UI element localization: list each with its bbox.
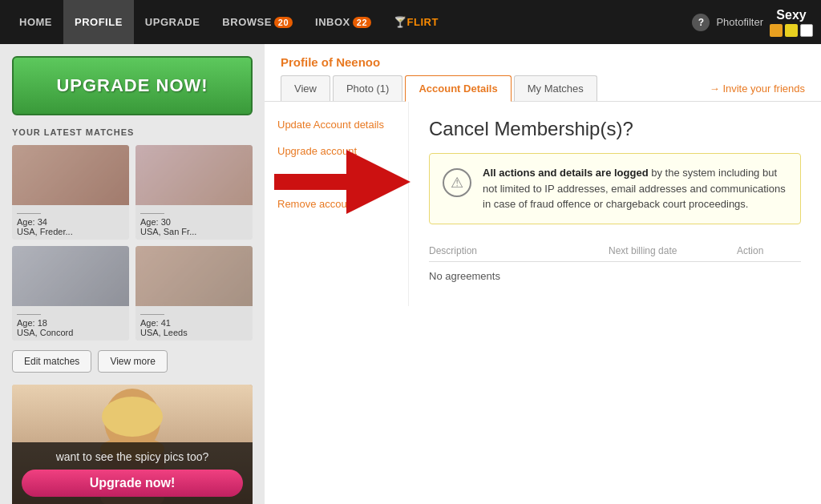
edit-matches-button[interactable]: Edit matches — [12, 350, 91, 373]
warning-icon: ⚠ — [443, 168, 471, 197]
nav-right-section: ? Photofilter Sexy — [692, 8, 813, 37]
sidebar: UPGRADE NOW! YOUR LATEST MATCHES ——— Age… — [0, 44, 265, 504]
match-name-3: ——— — [17, 309, 124, 318]
svg-point-2 — [102, 397, 163, 437]
profile-of-label: Profile of — [281, 55, 333, 69]
nav-home[interactable]: HOME — [8, 0, 63, 44]
no-agreements-text: No agreements — [429, 262, 801, 290]
tab-view[interactable]: View — [281, 75, 330, 101]
match-name-1: ——— — [17, 208, 124, 217]
match-info-1: ——— Age: 34 USA, Freder... — [12, 205, 129, 240]
match-card-2[interactable]: ——— Age: 30 USA, San Fr... — [135, 145, 253, 240]
menu-cancel-membership[interactable]: Cancel Membership — [265, 164, 408, 191]
match-name-4: ——— — [140, 309, 248, 318]
match-info-4: ——— Age: 41 USA, Leeds — [135, 306, 253, 341]
matches-grid: ——— Age: 34 USA, Freder... ——— Age: 30 U… — [12, 145, 253, 341]
nav-flirt[interactable]: 🍸 FLIRT — [382, 0, 450, 44]
promo-overlay: want to see the spicy pics too? Upgrade … — [12, 442, 253, 504]
match-photo-2 — [135, 145, 253, 205]
match-photo-3 — [12, 246, 129, 306]
tab-photo[interactable]: Photo (1) — [333, 75, 402, 101]
dot-white[interactable] — [800, 24, 813, 37]
content-body: Update Account details Upgrade account C… — [265, 102, 821, 306]
warning-title: All actions and details are logged — [483, 167, 649, 179]
match-location-4: USA, Leeds — [140, 328, 248, 337]
match-age-2: Age: 30 — [140, 217, 248, 227]
profile-name: Neenoo — [336, 55, 380, 69]
nav-browse[interactable]: BROWSE 20 — [211, 0, 304, 44]
promo-upgrade-button[interactable]: Upgrade now! — [22, 470, 243, 497]
view-more-button[interactable]: View more — [98, 350, 167, 373]
promo-top-text: want to see the spicy pics too? — [22, 450, 243, 463]
menu-remove-account[interactable]: Remove account — [265, 191, 408, 217]
match-card-4[interactable]: ——— Age: 41 USA, Leeds — [135, 246, 253, 341]
invite-friends-link[interactable]: → Invite your friends — [710, 83, 805, 101]
match-location-3: USA, Concord — [17, 328, 124, 337]
dot-yellow[interactable] — [785, 24, 798, 37]
account-content-panel: Cancel Membership(s)? ⚠ All actions and … — [409, 102, 821, 306]
promo-banner: want to see the spicy pics too? Upgrade … — [12, 385, 253, 504]
account-menu: Update Account details Upgrade account C… — [265, 102, 409, 306]
profile-header: Profile of Neenoo View Photo (1) Account… — [265, 44, 821, 102]
sexy-label: Sexy — [776, 8, 806, 22]
col-description: Description — [429, 245, 609, 256]
tab-account-details[interactable]: Account Details — [405, 75, 511, 102]
match-location-2: USA, San Fr... — [140, 227, 248, 236]
match-photo-1 — [12, 145, 129, 205]
match-card-1[interactable]: ——— Age: 34 USA, Freder... — [12, 145, 129, 240]
main-layout: UPGRADE NOW! YOUR LATEST MATCHES ——— Age… — [0, 44, 821, 504]
nav-inbox[interactable]: INBOX 22 — [304, 0, 382, 44]
warning-box: ⚠ All actions and details are logged by … — [429, 153, 801, 224]
match-actions: Edit matches View more — [12, 350, 253, 373]
col-action: Action — [737, 245, 801, 256]
nav-flirt-label: FLIRT — [407, 16, 439, 28]
latest-matches-title: YOUR LATEST MATCHES — [12, 127, 253, 137]
profile-of: Profile of Neenoo — [281, 55, 805, 69]
sexy-group: Sexy — [770, 8, 813, 37]
tab-bar: View Photo (1) Account Details My Matche… — [281, 75, 805, 101]
col-billing: Next billing date — [609, 245, 737, 256]
dot-orange[interactable] — [770, 24, 783, 37]
nav-browse-label: BROWSE — [222, 16, 272, 28]
main-content: Profile of Neenoo View Photo (1) Account… — [265, 44, 821, 504]
inbox-badge: 22 — [353, 17, 371, 28]
nav-inbox-label: INBOX — [315, 16, 350, 28]
match-info-2: ——— Age: 30 USA, San Fr... — [135, 205, 253, 240]
photofilter-label: Photofilter — [716, 16, 763, 28]
photofilter-group: Photofilter — [716, 16, 763, 28]
match-name-2: ——— — [140, 208, 248, 217]
table-header: Description Next billing date Action — [429, 240, 801, 262]
match-age-1: Age: 34 — [17, 217, 124, 227]
flirt-icon: 🍸 — [394, 16, 407, 28]
match-age-4: Age: 41 — [140, 318, 248, 328]
nav-upgrade[interactable]: UPGRADE — [134, 0, 212, 44]
match-age-3: Age: 18 — [17, 318, 124, 328]
tab-my-matches[interactable]: My Matches — [514, 75, 597, 101]
warning-text: All actions and details are logged by th… — [483, 165, 787, 212]
match-photo-4 — [135, 246, 253, 306]
browse-badge: 20 — [274, 17, 293, 28]
color-filter-dots — [770, 24, 813, 37]
page-title: Cancel Membership(s)? — [429, 118, 801, 140]
menu-update-account[interactable]: Update Account details — [265, 111, 408, 138]
menu-upgrade-account[interactable]: Upgrade account — [265, 138, 408, 164]
match-card-3[interactable]: ——— Age: 18 USA, Concord — [12, 246, 129, 341]
match-info-3: ——— Age: 18 USA, Concord — [12, 306, 129, 341]
agreements-table: Description Next billing date Action No … — [429, 240, 801, 290]
help-button[interactable]: ? — [692, 14, 710, 31]
nav-profile[interactable]: PROFILE — [63, 0, 134, 44]
top-navigation: HOME PROFILE UPGRADE BROWSE 20 INBOX 22 … — [0, 0, 821, 44]
upgrade-now-button[interactable]: UPGRADE NOW! — [12, 56, 253, 115]
nav-items: HOME PROFILE UPGRADE BROWSE 20 INBOX 22 … — [8, 0, 692, 44]
match-location-1: USA, Freder... — [17, 227, 124, 236]
